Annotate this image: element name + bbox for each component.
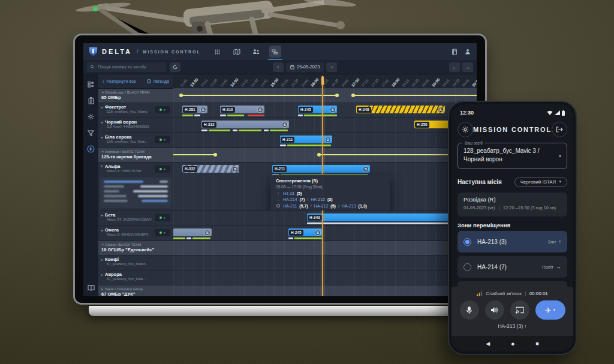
handbook-icon[interactable] [87, 284, 95, 291]
zone-row[interactable]: HA-213 (3)Зліт↑ [458, 231, 567, 252]
collapse-chevron-icon[interactable]: ▸ [100, 91, 104, 93]
next-day-button[interactable]: › [326, 62, 337, 72]
task-bar-h-310[interactable]: H-310S [220, 106, 264, 113]
status-toggle[interactable]: ▾ [155, 106, 170, 113]
status-toggle[interactable]: ▾ [155, 214, 170, 221]
task-bar-h-211[interactable]: H-211S [272, 165, 370, 173]
expand-chevron-icon[interactable]: ▸ [101, 228, 103, 232]
row-sidebar-cell[interactable]: ▸ОмегаMavic 3: 43HD2VX9HBF5▾ [98, 226, 173, 241]
board-view-icon[interactable] [87, 80, 95, 88]
task-bar-h-248[interactable]: H-248S [356, 106, 445, 113]
row-sidebar-cell[interactable]: ▸Team / Company Group67 ОМБр "ДУК" [98, 285, 173, 296]
zone-link[interactable]: HA-212 [314, 204, 329, 208]
cast-button[interactable] [510, 300, 529, 320]
group-row[interactable]: ▸GlobalLogic / BLACK TEAM65 ОМБр [98, 89, 477, 103]
expand-chevron-icon[interactable]: ▸ [101, 135, 103, 139]
collapse-chevron-icon[interactable]: ▸ [100, 151, 104, 152]
status-toggle[interactable]: ▾ [155, 136, 170, 143]
task-bar-h-281[interactable]: H-281S [182, 106, 207, 113]
collapse-chevron-icon[interactable]: ▸ [100, 243, 104, 245]
expand-all-button[interactable]: ↕ Розгорнути все [103, 79, 136, 83]
recents-button[interactable]: ■ [535, 341, 538, 347]
mission-card[interactable]: Розвідка (R) 01-09-2023 (чт) 12:20 –15:3… [458, 192, 567, 216]
prev-day-button[interactable]: ‹ [273, 62, 284, 72]
group-row[interactable]: ▸Team / Company Group67 ОМБр "ДУК" [98, 285, 477, 296]
row-sidebar-cell[interactable]: ▸Аврора67_реабатр_бус_Мав... [98, 270, 173, 285]
expand-chevron-icon[interactable]: ▸ [101, 120, 103, 124]
microphone-icon [466, 306, 472, 314]
row-sidebar-cell[interactable]: ▸АльфаMavic 3: 7985776796▾ [98, 163, 173, 211]
unit-row[interactable]: ▸Комфі67_реабатр_бус_Мавіс... [98, 255, 477, 270]
microphone-button[interactable] [460, 300, 479, 320]
unit-row[interactable]: ▸Аврора67_реабатр_бус_Мав... [98, 270, 477, 285]
zone-link[interactable]: HA-211 [283, 204, 297, 208]
logout-button[interactable] [552, 122, 567, 137]
expand-chevron-icon[interactable]: ▸ [100, 166, 104, 167]
row-sidebar-cell[interactable]: ▸БетаMavic 3T: JKZ59R6GCBWV▾ [98, 211, 173, 226]
task-bar-h-211[interactable]: H-211D [280, 136, 332, 143]
zone-link[interactable]: HJ-23 [283, 191, 294, 195]
row-sidebar-cell[interactable]: ▸Комфі67_реабатр_бус_Мавіс... [98, 255, 173, 270]
zone-link[interactable]: HA-214 [283, 197, 297, 201]
task-bar-h-245[interactable]: H-245S [298, 106, 337, 113]
mission-type-select[interactable]: Черговий ISTAR ▾ [514, 177, 567, 187]
expand-chevron-icon[interactable]: ▸ [101, 213, 103, 217]
filter-funnel-icon[interactable] [87, 129, 95, 137]
tick-label: 15:45 [300, 79, 309, 88]
phone-settings-button[interactable] [458, 122, 473, 137]
expand-chevron-icon[interactable]: ▸ [101, 105, 103, 109]
task-bar-h-245[interactable]: H-245S [288, 228, 322, 236]
expand-chevron-icon[interactable]: ▸ [101, 272, 103, 276]
speaker-button[interactable] [485, 300, 504, 320]
unit-row[interactable]: ▸Біла сорока128_реабатр_бус_Мав...▾H-211… [98, 133, 477, 148]
zone-radio[interactable] [463, 263, 471, 271]
legend-button[interactable]: i Легенда [147, 79, 169, 83]
settings-gear-icon[interactable] [87, 113, 95, 121]
search-field[interactable] [97, 64, 162, 70]
gantt-tab-icon[interactable] [269, 46, 281, 58]
profile-icon[interactable] [465, 49, 471, 55]
task-bar-unlabeled[interactable]: S [173, 228, 212, 236]
row-sidebar-cell[interactable]: ▸Фокстрот128_реабатр_бус_Мавіс▾ [98, 103, 173, 118]
status-toggle[interactable]: ▾ [155, 229, 170, 236]
journal-icon[interactable] [452, 49, 458, 55]
search-input[interactable] [87, 62, 166, 72]
unit-row[interactable]: ▸Фокстрот128_реабатр_бус_Мавіс▾H-281SH-3… [98, 103, 477, 118]
scroll-left-button[interactable]: ← [449, 62, 460, 72]
crews-tab-icon[interactable] [250, 46, 262, 58]
task-bar-h-332[interactable]: H-332S [201, 121, 289, 128]
collapse-chevron-icon[interactable]: ▸ [101, 287, 103, 291]
unit-row[interactable]: ▸БетаMavic 3T: JKZ59R6GCBWV▾H-343 [98, 211, 477, 226]
row-sidebar-cell[interactable]: ▸Чорний воронDJI Autel: 4405694865556 [98, 118, 173, 133]
row-sidebar-cell[interactable]: ▸GlobalLogic / BLACK TEAM65 ОМБр [98, 89, 173, 103]
zone-row[interactable]: HA-215 (3)Політ→ [458, 281, 567, 287]
zone-link[interactable]: HA-215 [311, 197, 325, 201]
back-button[interactable]: ◀ [486, 341, 490, 347]
refresh-button[interactable] [170, 62, 180, 72]
unit-row[interactable]: ▸АльфаMavic 3: 7985776796▾H-332SH-211SСп… [98, 163, 477, 211]
date-picker[interactable]: 25-05-2023 [286, 62, 324, 72]
flight-icon: → [276, 197, 281, 201]
flight-mode-button[interactable]: ✈ ▾ [535, 300, 565, 320]
expand-chevron-icon[interactable]: ▸ [101, 257, 103, 261]
home-button[interactable]: ● [511, 340, 515, 347]
group-row[interactable]: ▸Global / BLACK TEAM10 ОГШБр "Едельвейс" [98, 241, 477, 255]
status-toggle[interactable]: ▾ [155, 166, 170, 173]
scroll-right-button[interactable]: → [462, 62, 473, 72]
device-select[interactable]: Ваш засіб 128_реабатр_бус_Mavic 3 / Чорн… [458, 143, 567, 169]
map-tab-icon[interactable] [231, 46, 243, 58]
zone-link[interactable]: HA-213 [342, 204, 356, 208]
zone-radio[interactable] [463, 238, 471, 246]
zone-row[interactable]: HA-214 (7)Політ→ [458, 256, 567, 278]
timeline-ticks: 12:4513:0013:1513:3013:4514:0014:1514:30… [173, 74, 477, 89]
group-row[interactable]: ▸Architect / WHITE TEAM125-та окрема бри… [98, 148, 477, 163]
unit-row[interactable]: ▸Чорний воронDJI Autel: 4405694865556H-3… [98, 118, 477, 133]
row-sidebar-cell[interactable]: ▸Architect / WHITE TEAM125-та окрема бри… [98, 148, 173, 163]
task-bar-h-332[interactable]: H-332S [182, 165, 239, 173]
clipboard-icon[interactable] [87, 97, 95, 104]
row-sidebar-cell[interactable]: ▸Global / BLACK TEAM10 ОГШБр "Едельвейс" [98, 241, 173, 255]
add-circle-icon[interactable] [87, 145, 95, 153]
apps-grid-icon[interactable] [212, 46, 224, 58]
row-sidebar-cell[interactable]: ▸Біла сорока128_реабатр_бус_Мав...▾ [98, 133, 173, 148]
unit-row[interactable]: ▸ОмегаMavic 3: 43HD2VX9HBF5▾SH-245S [98, 226, 477, 241]
